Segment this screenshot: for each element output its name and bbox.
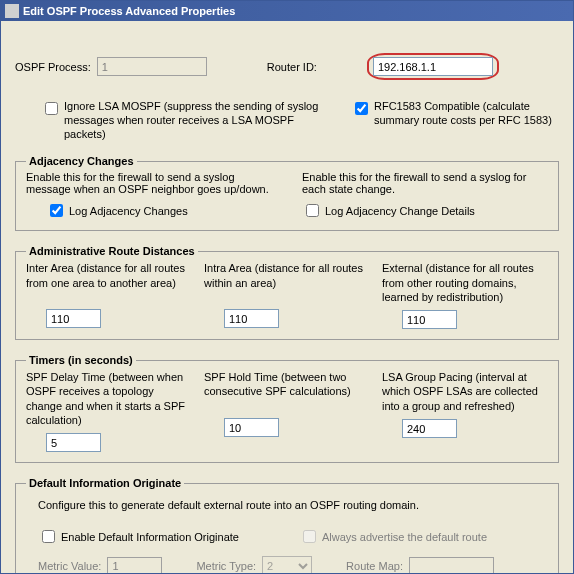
lsa-group-desc: LSA Group Pacing (interval at which OSPF… [382,370,548,413]
adjacency-left-desc: Enable this for the firewall to send a s… [26,171,272,195]
log-adjacency-wrap: Log Adjacency Changes [46,201,272,220]
titlebar: Edit OSPF Process Advanced Properties [1,1,573,21]
router-id-label: Router ID: [267,61,317,73]
adjacency-legend: Adjacency Changes [26,155,137,167]
always-advertise-wrap: Always advertise the default route [299,527,487,546]
spf-delay-input[interactable] [46,433,101,452]
rfc1583-label: RFC1583 Compatible (calculate summary ro… [374,100,559,128]
metric-value-input [107,557,162,574]
enable-default-wrap: Enable Default Information Originate [38,527,239,546]
timers-group: Timers (in seconds) SPF Delay Time (betw… [15,354,559,463]
always-advertise-label: Always advertise the default route [322,531,487,543]
ignore-mospf-label: Ignore LSA MOSPF (suppress the sending o… [64,100,325,141]
enable-default-checkbox[interactable] [42,530,55,543]
spf-hold-desc: SPF Hold Time (between two consecutive S… [204,370,370,412]
metric-value-label: Metric Value: [38,560,101,572]
intra-area-input[interactable] [224,309,279,328]
top-row: OSPF Process: Router ID: [15,53,559,80]
default-info-group: Default Information Originate Configure … [15,477,559,574]
admin-distances-group: Administrative Route Distances Inter Are… [15,245,559,340]
log-adjacency-details-wrap: Log Adjacency Change Details [302,201,548,220]
route-map-input [409,557,494,574]
spf-hold-input[interactable] [224,418,279,437]
metric-type-label: Metric Type: [196,560,256,572]
app-icon [5,4,19,18]
ignore-mospf-wrap: Ignore LSA MOSPF (suppress the sending o… [45,100,325,141]
enable-default-label: Enable Default Information Originate [61,531,239,543]
ospf-process-label: OSPF Process: [15,61,91,73]
router-id-input[interactable] [373,57,493,76]
ignore-mospf-checkbox[interactable] [45,102,58,115]
admin-legend: Administrative Route Distances [26,245,198,257]
external-desc: External (distance for all routes from o… [382,261,548,304]
content-area: OSPF Process: Router ID: Ignore LSA MOSP… [1,21,573,574]
window-title: Edit OSPF Process Advanced Properties [23,5,235,17]
metric-type-select: 2 [262,556,312,574]
log-adjacency-checkbox[interactable] [50,204,63,217]
external-input[interactable] [402,310,457,329]
log-adjacency-details-label: Log Adjacency Change Details [325,205,475,217]
lsa-group-input[interactable] [402,419,457,438]
rfc1583-wrap: RFC1583 Compatible (calculate summary ro… [355,100,559,141]
log-adjacency-label: Log Adjacency Changes [69,205,188,217]
route-map-label: Route Map: [346,560,403,572]
adjacency-right-desc: Enable this for the firewall to send a s… [302,171,548,195]
adjacency-group: Adjacency Changes Enable this for the fi… [15,155,559,231]
router-id-highlight [367,53,499,80]
inter-area-input[interactable] [46,309,101,328]
spf-delay-desc: SPF Delay Time (between when OSPF receiv… [26,370,192,427]
ospf-advanced-window: Edit OSPF Process Advanced Properties OS… [0,0,574,574]
always-advertise-checkbox [303,530,316,543]
flags-row: Ignore LSA MOSPF (suppress the sending o… [15,100,559,141]
timers-legend: Timers (in seconds) [26,354,136,366]
default-info-config-text: Configure this to generate default exter… [38,499,548,511]
rfc1583-checkbox[interactable] [355,102,368,115]
log-adjacency-details-checkbox[interactable] [306,204,319,217]
inter-area-desc: Inter Area (distance for all routes from… [26,261,192,303]
intra-area-desc: Intra Area (distance for all routes with… [204,261,370,303]
ospf-process-input [97,57,207,76]
default-info-legend: Default Information Originate [26,477,184,489]
